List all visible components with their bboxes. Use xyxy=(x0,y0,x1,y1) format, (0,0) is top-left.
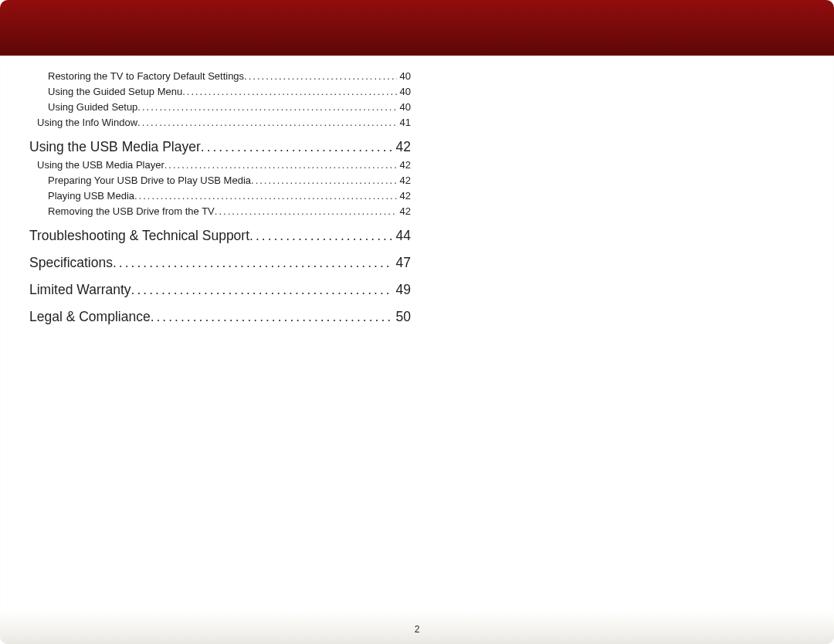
toc-leader xyxy=(137,101,396,113)
toc-entry: Playing USB Media 42 xyxy=(29,190,411,202)
toc-page: 40 xyxy=(397,70,411,82)
toc-title: Playing USB Media xyxy=(48,190,134,202)
toc-leader xyxy=(137,117,396,128)
toc-page: 50 xyxy=(393,309,411,325)
toc-page: 47 xyxy=(393,255,411,271)
toc-entry: Legal & Compliance 50 xyxy=(29,309,411,325)
document-page: Restoring the TV to Factory Default Sett… xyxy=(0,0,834,644)
toc-title: Preparing Your USB Drive to Play USB Med… xyxy=(48,175,251,186)
toc-leader xyxy=(244,70,396,82)
toc-page: 42 xyxy=(393,139,411,155)
toc-leader xyxy=(182,86,396,97)
toc-entry: Using the USB Media Player 42 xyxy=(29,159,411,171)
toc-page: 49 xyxy=(393,282,411,298)
toc-entry: Using the USB Media Player 42 xyxy=(29,139,411,155)
toc-entry: Using Guided Setup 40 xyxy=(29,101,411,113)
toc-leader xyxy=(113,255,393,271)
toc-leader xyxy=(251,175,397,186)
toc-title: Troubleshooting & Technical Support xyxy=(29,228,249,244)
toc-title: Using the USB Media Player xyxy=(37,159,164,171)
toc-title: Using the Guided Setup Menu xyxy=(48,86,182,97)
toc-leader xyxy=(164,159,397,171)
toc-title: Using the Info Window xyxy=(37,117,137,128)
toc-title: Specifications xyxy=(29,255,113,271)
toc-page: 41 xyxy=(397,117,411,128)
toc-title: Legal & Compliance xyxy=(29,309,151,325)
toc-page: 42 xyxy=(397,159,411,171)
toc-leader xyxy=(151,309,393,325)
toc-leader xyxy=(201,139,393,155)
toc-title: Limited Warranty xyxy=(29,282,131,298)
table-of-contents: Restoring the TV to Factory Default Sett… xyxy=(29,66,411,327)
header-band xyxy=(0,0,834,56)
toc-entry: Limited Warranty 49 xyxy=(29,282,411,298)
toc-leader xyxy=(249,228,392,244)
toc-leader xyxy=(131,282,393,298)
toc-page: 44 xyxy=(393,228,411,244)
toc-title: Restoring the TV to Factory Default Sett… xyxy=(48,70,244,82)
toc-page: 42 xyxy=(397,190,411,202)
page-number: 2 xyxy=(0,624,834,635)
toc-page: 42 xyxy=(397,205,411,217)
toc-title: Using the USB Media Player xyxy=(29,139,201,155)
toc-leader xyxy=(215,205,397,217)
toc-title: Using Guided Setup xyxy=(48,101,137,113)
toc-entry: Using the Guided Setup Menu 40 xyxy=(29,86,411,97)
toc-page: 40 xyxy=(397,101,411,113)
toc-entry: Removing the USB Drive from the TV 42 xyxy=(29,205,411,217)
toc-entry: Troubleshooting & Technical Support 44 xyxy=(29,228,411,244)
toc-leader xyxy=(134,190,397,202)
toc-entry: Specifications 47 xyxy=(29,255,411,271)
toc-page: 42 xyxy=(397,175,411,186)
toc-page: 40 xyxy=(397,86,411,97)
toc-entry: Using the Info Window 41 xyxy=(29,117,411,128)
toc-entry: Restoring the TV to Factory Default Sett… xyxy=(29,70,411,82)
toc-entry: Preparing Your USB Drive to Play USB Med… xyxy=(29,175,411,186)
toc-title: Removing the USB Drive from the TV xyxy=(48,205,215,217)
